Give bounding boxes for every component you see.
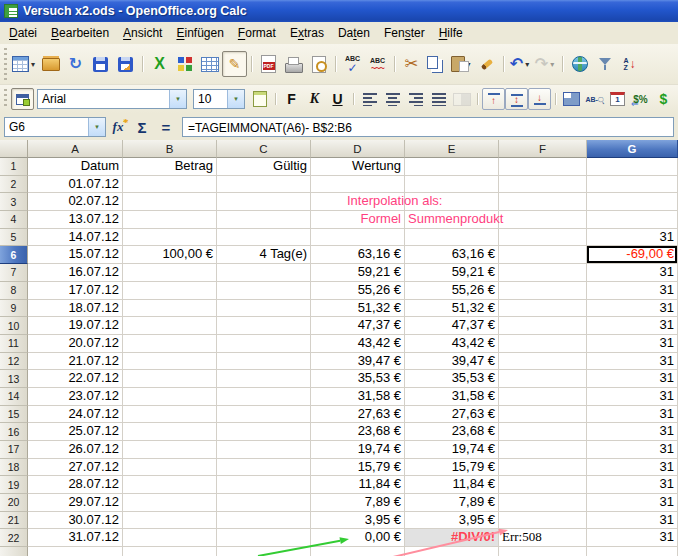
table-grid-icon[interactable]	[197, 51, 222, 77]
row-header-4[interactable]: 4	[0, 211, 28, 229]
cell-E20[interactable]: 7,89 €	[405, 494, 499, 512]
row-header-1[interactable]: 1	[0, 158, 28, 176]
cell-B5[interactable]	[123, 229, 217, 247]
chevron-down-icon[interactable]	[227, 90, 244, 108]
cell-E9[interactable]: 51,32 €	[405, 300, 499, 318]
paste-icon[interactable]: ▾	[449, 51, 474, 77]
cell-D16[interactable]: 23,68 €	[311, 423, 405, 441]
cell-D1[interactable]: Wertung	[311, 158, 405, 176]
col-header-E[interactable]: E	[405, 140, 499, 158]
copy-icon[interactable]	[424, 51, 449, 77]
cell-F20[interactable]	[499, 494, 587, 512]
cell-D13[interactable]: 35,53 €	[311, 370, 405, 388]
cell-A10[interactable]: 19.07.12	[28, 317, 123, 335]
auto-spellcheck-icon[interactable]	[365, 51, 390, 77]
cell-C5[interactable]	[217, 229, 311, 247]
cell-E18[interactable]: 15,79 €	[405, 459, 499, 477]
open-icon[interactable]	[38, 51, 63, 77]
cell-G16[interactable]: 31	[587, 423, 678, 441]
cell-B8[interactable]	[123, 282, 217, 300]
align-bottom-icon[interactable]	[528, 88, 551, 110]
row-header-8[interactable]: 8	[0, 282, 28, 300]
cell-A2[interactable]: 01.07.12	[28, 176, 123, 194]
cell-E5[interactable]	[405, 229, 499, 247]
cell-E2[interactable]	[405, 176, 499, 194]
align-top-icon[interactable]	[482, 88, 505, 110]
page-preview-icon[interactable]	[306, 51, 331, 77]
cell-D8[interactable]: 55,26 €	[311, 282, 405, 300]
cell-partial[interactable]	[311, 547, 405, 556]
cell-F3[interactable]	[499, 193, 587, 211]
cell-G10[interactable]: 31	[587, 317, 678, 335]
cell-C17[interactable]	[217, 441, 311, 459]
cell-B15[interactable]	[123, 406, 217, 424]
cell-C6[interactable]: 4 Tag(e)	[217, 246, 311, 264]
row-header-11[interactable]: 11	[0, 335, 28, 353]
cell-partial[interactable]	[405, 547, 499, 556]
cell-C22[interactable]	[217, 529, 311, 547]
cell-G11[interactable]: 31	[587, 335, 678, 353]
cell-D20[interactable]: 7,89 €	[311, 494, 405, 512]
cell-G15[interactable]: 31	[587, 406, 678, 424]
cell-C4[interactable]	[217, 211, 311, 229]
cell-F5[interactable]	[499, 229, 587, 247]
dropdown-arrow-icon[interactable]: ▾	[29, 60, 37, 69]
cell-C8[interactable]	[217, 282, 311, 300]
cell-A4[interactable]: 13.07.12	[28, 211, 123, 229]
dropdown-arrow-icon[interactable]: ▾	[548, 60, 556, 69]
menu-hilfe[interactable]: Hilfe	[432, 22, 470, 44]
cell-F2[interactable]	[499, 176, 587, 194]
cell-F13[interactable]	[499, 370, 587, 388]
cell-G3[interactable]	[587, 193, 678, 211]
chevron-down-icon[interactable]	[169, 90, 186, 108]
cell-partial[interactable]	[587, 547, 678, 556]
row-header-18[interactable]: 18	[0, 459, 28, 477]
cell-E22[interactable]: #DIV/0!	[405, 529, 499, 547]
row-header-22[interactable]: 22	[0, 529, 28, 547]
cell-partial[interactable]	[123, 547, 217, 556]
cell-D5[interactable]	[311, 229, 405, 247]
currency-format-icon[interactable]	[629, 88, 652, 110]
cell-F15[interactable]	[499, 406, 587, 424]
cell-G18[interactable]: 31	[587, 459, 678, 477]
menu-daten[interactable]: Daten	[331, 22, 377, 44]
cell-C16[interactable]	[217, 423, 311, 441]
cell-A15[interactable]: 24.07.12	[28, 406, 123, 424]
row-header-6[interactable]: 6	[0, 246, 28, 264]
cell-A18[interactable]: 27.07.12	[28, 459, 123, 477]
cell-F4[interactable]	[499, 211, 587, 229]
spellcheck-icon[interactable]	[340, 51, 365, 77]
borders-icon[interactable]	[560, 88, 583, 110]
undo-icon[interactable]: ↶▾	[508, 51, 533, 77]
row-header-14[interactable]: 14	[0, 388, 28, 406]
cell-F17[interactable]	[499, 441, 587, 459]
cell-G12[interactable]: 31	[587, 353, 678, 371]
cell-B17[interactable]	[123, 441, 217, 459]
row-header-20[interactable]: 20	[0, 494, 28, 512]
cell-D17[interactable]: 19,74 €	[311, 441, 405, 459]
cell-C14[interactable]	[217, 388, 311, 406]
menu-extras[interactable]: Extras	[283, 22, 331, 44]
row-header-19[interactable]: 19	[0, 476, 28, 494]
cell-E21[interactable]: 3,95 €	[405, 512, 499, 530]
cell-A14[interactable]: 23.07.12	[28, 388, 123, 406]
new-document-icon[interactable]: ▾	[11, 51, 38, 77]
italic-icon[interactable]: K	[303, 88, 326, 110]
underline-icon[interactable]: U	[326, 88, 349, 110]
cell-B2[interactable]	[123, 176, 217, 194]
excel-icon[interactable]: X	[147, 51, 172, 77]
cell-partial[interactable]	[499, 547, 587, 556]
cell-E7[interactable]: 59,21 €	[405, 264, 499, 282]
row-header-10[interactable]: 10	[0, 317, 28, 335]
cell-A13[interactable]: 22.07.12	[28, 370, 123, 388]
cell-A3[interactable]: 02.07.12	[28, 193, 123, 211]
font-name-combo[interactable]: Arial	[37, 89, 187, 109]
cell-E6[interactable]: 63,16 €	[405, 246, 499, 264]
align-left-icon[interactable]	[358, 88, 381, 110]
menu-fenster[interactable]: Fenster	[377, 22, 432, 44]
cell-G20[interactable]: 31	[587, 494, 678, 512]
cell-C18[interactable]	[217, 459, 311, 477]
cell-E8[interactable]: 55,26 €	[405, 282, 499, 300]
cell-B21[interactable]	[123, 512, 217, 530]
cell-B9[interactable]	[123, 300, 217, 318]
